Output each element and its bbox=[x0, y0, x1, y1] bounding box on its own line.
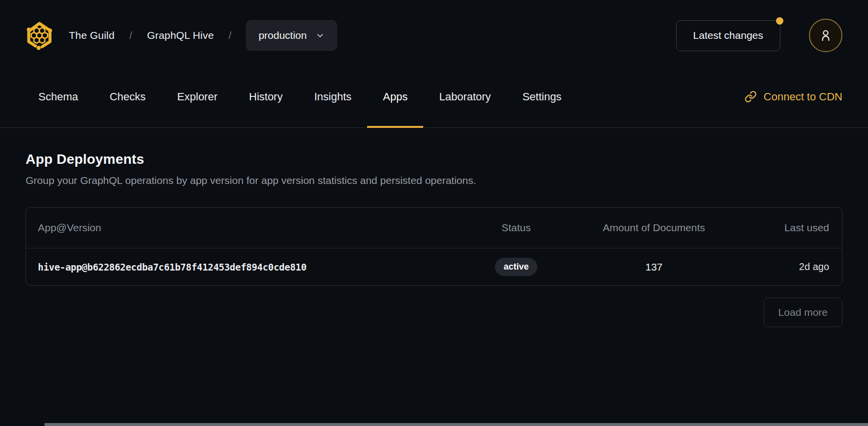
column-header-app-version: App@Version bbox=[26, 208, 474, 248]
load-more-button[interactable]: Load more bbox=[764, 298, 842, 327]
tab-schema[interactable]: Schema bbox=[23, 52, 94, 127]
page-description: Group your GraphQL operations by app ver… bbox=[26, 175, 842, 186]
table-header-row: App@Version Status Amount of Documents L… bbox=[26, 208, 842, 248]
link-icon bbox=[744, 91, 757, 103]
tab-settings[interactable]: Settings bbox=[507, 52, 578, 127]
tab-label: Insights bbox=[314, 91, 351, 103]
load-more-row: Load more bbox=[26, 298, 842, 327]
connect-to-cdn-link[interactable]: Connect to CDN bbox=[744, 52, 842, 127]
column-header-documents: Amount of Documents bbox=[558, 208, 750, 248]
breadcrumb-separator: / bbox=[229, 30, 232, 41]
horizontal-scrollbar[interactable] bbox=[44, 423, 868, 426]
main-content: App Deployments Group your GraphQL opera… bbox=[0, 152, 868, 327]
breadcrumb-separator: / bbox=[129, 30, 132, 41]
target-selector-dropdown[interactable]: production bbox=[246, 20, 337, 51]
tab-explorer[interactable]: Explorer bbox=[161, 52, 233, 127]
tab-insights[interactable]: Insights bbox=[298, 52, 367, 127]
tab-checks[interactable]: Checks bbox=[94, 52, 161, 127]
tab-label: Settings bbox=[523, 91, 562, 103]
tab-label: Apps bbox=[383, 91, 407, 103]
tab-laboratory[interactable]: Laboratory bbox=[423, 52, 506, 127]
tab-history[interactable]: History bbox=[233, 52, 298, 127]
status-badge: active bbox=[495, 258, 537, 276]
chevron-down-icon bbox=[315, 31, 325, 40]
documents-count: 137 bbox=[645, 261, 662, 273]
tab-label: History bbox=[249, 91, 282, 103]
tab-apps[interactable]: Apps bbox=[367, 52, 423, 127]
user-icon bbox=[818, 28, 834, 43]
connect-to-cdn-label: Connect to CDN bbox=[764, 91, 842, 103]
tab-label: Schema bbox=[38, 91, 78, 103]
breadcrumb-project-link[interactable]: GraphQL Hive bbox=[147, 30, 214, 41]
notification-dot bbox=[776, 17, 783, 25]
last-used-value: 2d ago bbox=[799, 261, 829, 272]
tab-label: Explorer bbox=[177, 91, 217, 103]
header-actions: Latest changes bbox=[676, 19, 842, 52]
column-header-last-used: Last used bbox=[750, 208, 842, 248]
tab-label: Laboratory bbox=[439, 91, 491, 103]
table-row[interactable]: hive-app@b622862ecdba7c61b78f412453def89… bbox=[26, 248, 842, 286]
breadcrumb-org-link[interactable]: The Guild bbox=[69, 30, 115, 41]
user-menu-button[interactable] bbox=[809, 19, 842, 52]
tab-label: Checks bbox=[110, 91, 146, 103]
deployments-table: App@Version Status Amount of Documents L… bbox=[26, 207, 842, 286]
column-header-status: Status bbox=[474, 208, 558, 248]
app-header: The Guild / GraphQL Hive / production La… bbox=[0, 19, 868, 52]
breadcrumb: The Guild / GraphQL Hive / production bbox=[25, 19, 337, 52]
latest-changes-label: Latest changes bbox=[693, 30, 763, 41]
target-selector-value: production bbox=[258, 30, 307, 41]
main-nav: Schema Checks Explorer History Insights … bbox=[0, 52, 868, 128]
page-title: App Deployments bbox=[26, 152, 842, 167]
latest-changes-button[interactable]: Latest changes bbox=[676, 20, 780, 51]
app-version-value: hive-app@b622862ecdba7c61b78f412453def89… bbox=[38, 262, 307, 273]
hive-logo-icon[interactable] bbox=[25, 19, 54, 52]
